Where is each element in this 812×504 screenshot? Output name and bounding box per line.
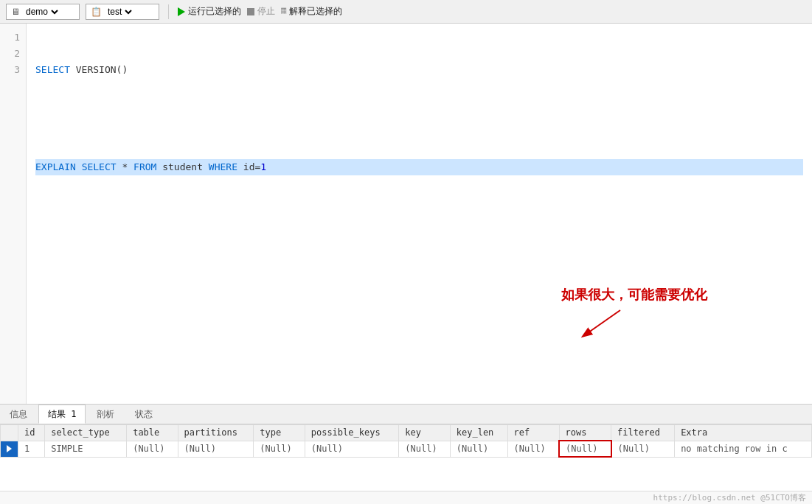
tab-status[interactable]: 状态: [125, 405, 162, 424]
col-header-extra: Extra: [675, 425, 812, 441]
stop-button[interactable]: 停止: [247, 5, 275, 18]
col-header-table: table: [127, 425, 178, 441]
line-numbers: 1 2 3: [0, 24, 27, 404]
results-table: id select_type table partitions type pos…: [0, 424, 812, 458]
code-line-3: EXPLAIN SELECT * FROM student WHERE id=1: [35, 159, 803, 175]
tab-results-label: 结果 1: [48, 408, 76, 421]
cell-key-len: (Null): [450, 441, 507, 457]
row-indicator-cell: [1, 441, 18, 457]
col-header-ref: ref: [507, 425, 559, 441]
play-icon: [178, 7, 185, 16]
cell-partitions: (Null): [178, 441, 254, 457]
col-header-select-type: select_type: [45, 425, 127, 441]
run-label: 运行已选择的: [188, 5, 241, 18]
toolbar: 🖥 demo 📋 test 运行已选择的 停止 𝄜 解释已选择的: [0, 0, 812, 24]
annotation-container: 如果很大，可能需要优化 信息 结果 1 剖析 状态: [0, 404, 812, 491]
cell-type: (Null): [254, 441, 305, 457]
code-editor[interactable]: SELECT VERSION() EXPLAIN SELECT * FROM s…: [27, 24, 812, 404]
cell-filtered: (Null): [611, 441, 675, 457]
row-indicator-header: [1, 425, 18, 441]
results-area: id select_type table partitions type pos…: [0, 424, 812, 491]
schema-selector[interactable]: 📋 test: [86, 4, 159, 20]
cell-possible-keys: (Null): [305, 441, 399, 457]
cell-id: 1: [18, 441, 45, 457]
explain-label: 解释已选择的: [289, 5, 342, 18]
col-header-key: key: [399, 425, 450, 441]
tab-info-label: 信息: [10, 408, 27, 421]
schema-icon: 📋: [91, 7, 102, 17]
results-header-row: id select_type table partitions type pos…: [1, 425, 812, 441]
db-dropdown[interactable]: demo: [23, 6, 60, 18]
col-header-rows: rows: [559, 425, 611, 441]
explain-button[interactable]: 𝄜 解释已选择的: [281, 5, 342, 18]
footer: https://blog.csdn.net @51CTO博客: [0, 491, 812, 504]
bottom-tabs: 信息 结果 1 剖析 状态: [0, 404, 812, 424]
line-num-2: 2: [6, 46, 20, 62]
stop-icon: [247, 8, 254, 15]
tab-results[interactable]: 结果 1: [38, 405, 86, 424]
watermark-text: https://blog.csdn.net @51CTO博客: [653, 492, 806, 503]
toolbar-divider: [168, 4, 169, 19]
explain-icon: 𝄜: [281, 7, 286, 16]
cell-extra: no matching row in c: [675, 441, 812, 457]
cell-rows: (Null): [559, 441, 611, 457]
stop-label: 停止: [257, 5, 275, 18]
schema-dropdown[interactable]: test: [105, 6, 134, 18]
col-header-partitions: partitions: [178, 425, 254, 441]
code-line-1: SELECT VERSION(): [35, 62, 803, 78]
cell-select-type: SIMPLE: [45, 441, 127, 457]
col-header-id: id: [18, 425, 45, 441]
line-num-3: 3: [6, 62, 20, 78]
cell-key: (Null): [399, 441, 450, 457]
col-header-possible-keys: possible_keys: [305, 425, 399, 441]
row-indicator-arrow: [7, 445, 12, 452]
tab-profiling[interactable]: 剖析: [87, 405, 124, 424]
run-button[interactable]: 运行已选择的: [178, 5, 241, 18]
cell-ref: (Null): [507, 441, 559, 457]
cell-table: (Null): [127, 441, 178, 457]
editor-area: 1 2 3 SELECT VERSION() EXPLAIN SELECT * …: [0, 24, 812, 404]
table-row: 1 SIMPLE (Null) (Null) (Null) (Null) (Nu…: [1, 441, 812, 457]
tab-profiling-label: 剖析: [97, 408, 114, 421]
col-header-type: type: [254, 425, 305, 441]
col-header-key-len: key_len: [450, 425, 507, 441]
col-header-filtered: filtered: [611, 425, 675, 441]
code-line-2: [35, 111, 803, 127]
db-icon: 🖥: [11, 7, 20, 17]
tab-info[interactable]: 信息: [0, 405, 37, 424]
line-num-1: 1: [6, 29, 20, 46]
tab-status-label: 状态: [135, 408, 153, 421]
db-selector[interactable]: 🖥 demo: [6, 4, 80, 20]
